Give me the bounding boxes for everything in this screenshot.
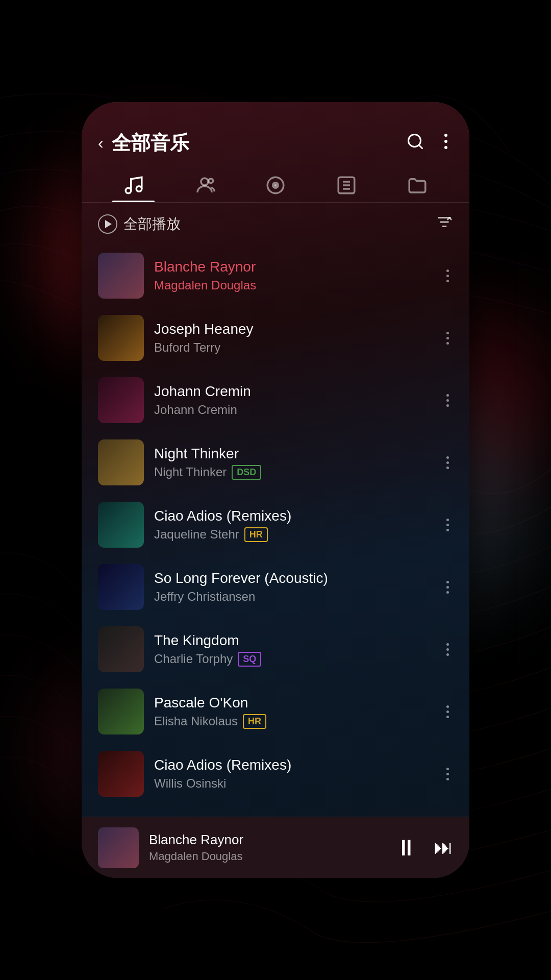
- quality-badge: DSD: [232, 465, 261, 480]
- song-item-7[interactable]: The Kingdom Charlie Torphy SQ: [82, 618, 469, 680]
- header-icons: [406, 132, 453, 155]
- song-artist: Johann Cremin: [154, 403, 237, 417]
- svg-point-7: [201, 178, 208, 185]
- song-more-button[interactable]: [442, 328, 453, 349]
- quality-badge: HR: [243, 714, 266, 729]
- song-item-9[interactable]: Ciao Adios (Remixes) Willis Osinski: [82, 743, 469, 805]
- song-more-button[interactable]: [442, 265, 453, 286]
- song-info: So Long Forever (Acoustic) Jeffry Christ…: [154, 570, 432, 604]
- svg-point-3: [444, 140, 447, 143]
- song-artist: Night Thinker: [154, 465, 227, 479]
- song-title: The Kingdom: [154, 632, 432, 649]
- tab-folder[interactable]: [382, 166, 453, 202]
- play-circle-icon: [98, 214, 117, 234]
- quality-badge: HR: [244, 527, 268, 542]
- song-thumb: [98, 689, 144, 734]
- filter-sort-icon[interactable]: [436, 213, 453, 234]
- now-playing-thumb: [98, 827, 139, 868]
- song-item-5[interactable]: Ciao Adios (Remixes) Jaqueline Stehr HR: [82, 494, 469, 556]
- song-artist: Buford Terry: [154, 340, 220, 355]
- svg-point-11: [274, 184, 277, 186]
- quality-badge: SQ: [238, 652, 261, 667]
- phone-shell: ‹ 全部音乐: [82, 102, 469, 878]
- song-more-button[interactable]: [442, 390, 453, 411]
- now-playing-controls: ⏸ ⏭: [395, 835, 453, 861]
- now-playing-title: Blanche Raynor: [149, 832, 385, 848]
- song-item-6[interactable]: So Long Forever (Acoustic) Jeffry Christ…: [82, 556, 469, 618]
- song-more-button[interactable]: [442, 639, 453, 660]
- song-item-8[interactable]: Pascale O'Kon Elisha Nikolaus HR: [82, 680, 469, 743]
- song-more-button[interactable]: [442, 577, 453, 598]
- song-thumb: [98, 502, 144, 548]
- play-all-label: 全部播放: [123, 214, 181, 234]
- song-artist: Charlie Torphy: [154, 652, 233, 666]
- song-info: Ciao Adios (Remixes) Jaqueline Stehr HR: [154, 508, 432, 542]
- song-thumb: [98, 315, 144, 361]
- song-meta: Magdalen Douglas: [154, 278, 432, 292]
- now-playing-info: Blanche Raynor Magdalen Douglas: [149, 832, 385, 863]
- tab-album[interactable]: [240, 166, 311, 202]
- svg-point-8: [209, 179, 213, 183]
- song-title: Johann Cremin: [154, 383, 432, 400]
- song-meta: Buford Terry: [154, 340, 432, 355]
- play-all-button[interactable]: 全部播放: [98, 214, 436, 234]
- song-meta: Johann Cremin: [154, 403, 432, 417]
- song-info: Night Thinker Night Thinker DSD: [154, 446, 432, 480]
- svg-point-4: [444, 146, 447, 149]
- back-button[interactable]: ‹: [98, 134, 104, 153]
- song-info: The Kingdom Charlie Torphy SQ: [154, 632, 432, 667]
- song-thumb: [98, 377, 144, 423]
- tab-playlist[interactable]: [311, 166, 382, 202]
- song-info: Blanche Raynor Magdalen Douglas: [154, 259, 432, 292]
- song-artist: Jeffry Christiansen: [154, 590, 255, 604]
- song-artist: Magdalen Douglas: [154, 278, 256, 292]
- song-thumb: [98, 439, 144, 485]
- svg-point-2: [444, 134, 447, 137]
- more-menu-icon[interactable]: [439, 132, 453, 155]
- song-title: Blanche Raynor: [154, 259, 432, 275]
- page-title: 全部音乐: [112, 130, 406, 156]
- now-playing-artist: Magdalen Douglas: [149, 850, 385, 863]
- pause-button[interactable]: ⏸: [395, 835, 417, 861]
- tab-artist[interactable]: [169, 166, 240, 202]
- song-thumb: [98, 564, 144, 610]
- song-meta: Charlie Torphy SQ: [154, 652, 432, 667]
- next-button[interactable]: ⏭: [434, 837, 453, 859]
- search-icon[interactable]: [406, 132, 424, 155]
- song-thumb: [98, 751, 144, 797]
- song-title: Night Thinker: [154, 446, 432, 462]
- song-title: Pascale O'Kon: [154, 695, 432, 711]
- song-meta: Jeffry Christiansen: [154, 590, 432, 604]
- song-meta: Jaqueline Stehr HR: [154, 527, 432, 542]
- song-meta: Willis Osinski: [154, 776, 432, 791]
- song-info: Ciao Adios (Remixes) Willis Osinski: [154, 757, 432, 791]
- song-more-button[interactable]: [442, 701, 453, 722]
- header: ‹ 全部音乐: [82, 102, 469, 166]
- svg-line-1: [419, 144, 422, 148]
- song-artist: Willis Osinski: [154, 776, 226, 791]
- song-item-3[interactable]: Johann Cremin Johann Cremin: [82, 369, 469, 431]
- song-info: Pascale O'Kon Elisha Nikolaus HR: [154, 695, 432, 729]
- now-playing-bar: Blanche Raynor Magdalen Douglas ⏸ ⏭: [82, 817, 469, 878]
- song-item-4[interactable]: Night Thinker Night Thinker DSD: [82, 431, 469, 494]
- play-all-bar: 全部播放: [82, 203, 469, 244]
- song-artist: Jaqueline Stehr: [154, 527, 239, 542]
- song-more-button[interactable]: [442, 764, 453, 785]
- song-thumb: [98, 626, 144, 672]
- song-artist: Elisha Nikolaus: [154, 714, 238, 728]
- song-title: Ciao Adios (Remixes): [154, 757, 432, 773]
- song-list: Blanche Raynor Magdalen Douglas Joseph H…: [82, 244, 469, 878]
- song-more-button[interactable]: [442, 452, 453, 473]
- song-title: Ciao Adios (Remixes): [154, 508, 432, 524]
- tab-bar: [82, 166, 469, 203]
- song-info: Joseph Heaney Buford Terry: [154, 321, 432, 355]
- tab-music[interactable]: [98, 166, 169, 202]
- song-meta: Elisha Nikolaus HR: [154, 714, 432, 729]
- svg-point-5: [126, 188, 131, 193]
- song-title: Joseph Heaney: [154, 321, 432, 337]
- song-more-button[interactable]: [442, 514, 453, 535]
- song-item-1[interactable]: Blanche Raynor Magdalen Douglas: [82, 244, 469, 307]
- song-title: So Long Forever (Acoustic): [154, 570, 432, 586]
- song-info: Johann Cremin Johann Cremin: [154, 383, 432, 417]
- song-item-2[interactable]: Joseph Heaney Buford Terry: [82, 307, 469, 369]
